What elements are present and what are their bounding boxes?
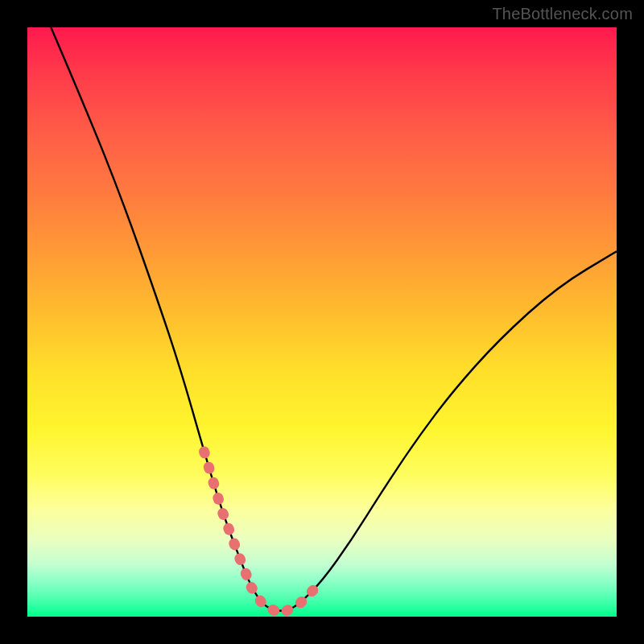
- watermark-text: TheBottleneck.com: [492, 5, 633, 23]
- plot-group: [51, 27, 617, 611]
- highlight-left-knee: [204, 452, 252, 587]
- highlight-valley: [251, 587, 287, 610]
- chart-frame: TheBottleneck.com: [0, 0, 644, 644]
- chart-svg: [0, 0, 644, 644]
- bottleneck-curve: [51, 27, 617, 611]
